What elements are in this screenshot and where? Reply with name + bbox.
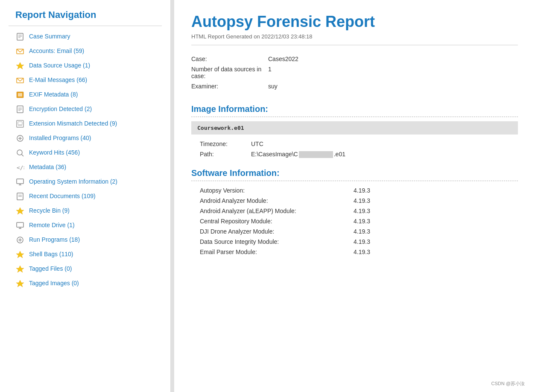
sidebar-item-accounts-email[interactable]: Accounts: Email (59) <box>0 44 170 59</box>
data-sources-label: Number of data sources in case: <box>191 64 268 81</box>
sidebar-item-case-summary[interactable]: Case Summary <box>0 29 170 44</box>
sidebar-item-keyword-hits[interactable]: Keyword Hits (456) <box>0 146 170 160</box>
svg-rect-29 <box>17 222 23 227</box>
sidebar-item-email-messages[interactable]: E-Mail Messages (66) <box>0 73 170 88</box>
sidebar-item-metadata[interactable]: </>Metadata (36) <box>0 160 170 175</box>
sidebar-item-data-source-usage[interactable]: Data Source Usage (1) <box>0 59 170 73</box>
software-label: Android Analyzer (aLEAPP) Module: <box>200 206 354 216</box>
accounts-email-icon <box>15 47 25 56</box>
shell-bags-icon <box>15 250 25 259</box>
software-value: 4.19.3 <box>354 185 370 196</box>
sidebar-label-run-programs: Run Programs (18) <box>29 236 80 244</box>
sidebar-count-recycle-bin: (9) <box>62 207 70 214</box>
software-value: 4.19.3 <box>354 216 370 226</box>
sidebar-label-installed-programs: Installed Programs (40) <box>29 134 91 143</box>
sidebar-item-os-information[interactable]: Operating System Information (2) <box>0 175 170 189</box>
case-summary-icon <box>15 32 25 41</box>
sidebar-item-tagged-files[interactable]: Tagged Files (0) <box>0 262 170 276</box>
software-label: Data Source Integrity Module: <box>200 237 354 247</box>
software-label: Android Analyzer Module: <box>200 196 354 206</box>
sidebar-label-encryption-detected: Encryption Detected (2) <box>29 105 92 114</box>
report-subtitle: HTML Report Generated on 2022/12/03 23:4… <box>191 33 518 45</box>
svg-rect-14 <box>18 122 22 125</box>
sidebar-item-extension-mismatch[interactable]: Extension Mismatch Detected (9) <box>0 117 170 131</box>
sidebar-label-accounts-email: Accounts: Email (59) <box>29 47 84 56</box>
sidebar-label-recycle-bin: Recycle Bin (9) <box>29 207 70 215</box>
path-row: Path: E:\CasesImage\C.e01 <box>200 149 345 160</box>
metadata-icon: </> <box>15 163 25 172</box>
svg-marker-5 <box>16 62 24 69</box>
sidebar-label-recent-documents: Recent Documents (109) <box>29 192 96 201</box>
sidebar-label-extension-mismatch: Extension Mismatch Detected (9) <box>29 120 117 128</box>
exif-metadata-icon <box>15 90 25 99</box>
svg-rect-8 <box>18 93 22 97</box>
sidebar-label-email-messages: E-Mail Messages (66) <box>29 76 87 85</box>
sidebar-label-tagged-images: Tagged Images (0) <box>29 279 79 288</box>
watermark: CSDN @苏小汝 <box>490 380 526 388</box>
software-value: 4.19.3 <box>354 247 370 257</box>
sidebar-count-installed-programs: (40) <box>81 135 91 141</box>
software-row: DJI Drone Analyzer Module:4.19.3 <box>200 226 370 237</box>
sidebar-label-shell-bags: Shell Bags (110) <box>29 250 73 259</box>
svg-marker-36 <box>16 266 24 272</box>
installed-programs-icon <box>15 134 25 143</box>
sidebar-count-encryption-detected: (2) <box>85 105 92 112</box>
sidebar-item-exif-metadata[interactable]: EXIF Metadata (8) <box>0 88 170 102</box>
svg-rect-0 <box>17 33 23 40</box>
extension-mismatch-icon <box>15 119 25 129</box>
software-row: Data Source Integrity Module:4.19.3 <box>200 237 370 247</box>
software-label: Autopsy Version: <box>200 185 354 196</box>
encryption-detected-icon <box>15 105 25 114</box>
sidebar-item-tagged-images[interactable]: Tagged Images (0) <box>0 276 170 291</box>
sidebar-item-run-programs[interactable]: Run Programs (18) <box>0 233 170 247</box>
examiner-row: Examiner: suy <box>191 81 298 91</box>
software-heading: Software Information: <box>191 168 518 181</box>
sidebar-count-extension-mismatch: (9) <box>110 120 117 127</box>
case-label: Case: <box>191 54 268 64</box>
sidebar-count-os-information: (2) <box>110 178 117 185</box>
sidebar-count-tagged-images: (0) <box>72 280 79 287</box>
timezone-value: UTC <box>251 139 345 149</box>
sidebar-count-shell-bags: (110) <box>59 251 73 257</box>
software-label: DJI Drone Analyzer Module: <box>200 226 354 237</box>
report-title: Autopsy Forensic Report <box>191 13 518 31</box>
sidebar-item-shell-bags[interactable]: Shell Bags (110) <box>0 247 170 262</box>
image-detail-table: Timezone: UTC Path: E:\CasesImage\C.e01 <box>200 139 345 160</box>
path-value: E:\CasesImage\C.e01 <box>251 149 345 160</box>
sidebar-count-email-messages: (66) <box>76 76 87 83</box>
sidebar-label-tagged-files: Tagged Files (0) <box>29 265 72 273</box>
sidebar-count-remote-drive: (1) <box>67 222 74 228</box>
svg-text:</>: </> <box>17 164 24 171</box>
sidebar-count-tagged-files: (0) <box>64 265 72 272</box>
resize-handle[interactable] <box>171 0 174 392</box>
software-table: Autopsy Version:4.19.3Android Analyzer M… <box>200 185 370 257</box>
case-row: Case: Cases2022 <box>191 54 298 64</box>
case-info-table: Case: Cases2022 Number of data sources i… <box>191 54 298 91</box>
svg-marker-37 <box>16 280 24 287</box>
sidebar-label-exif-metadata: EXIF Metadata (8) <box>29 91 78 99</box>
path-suffix: .e01 <box>334 151 345 158</box>
sidebar-item-recycle-bin[interactable]: Recycle Bin (9) <box>0 204 170 218</box>
sidebar-item-remote-drive[interactable]: Remote Drive (1) <box>0 218 170 233</box>
svg-marker-35 <box>16 251 24 258</box>
sidebar-item-encryption-detected[interactable]: Encryption Detected (2) <box>0 102 170 117</box>
nav-items-container: Case SummaryAccounts: Email (59)Data Sou… <box>0 29 170 291</box>
timezone-label: Timezone: <box>200 139 251 149</box>
sidebar-item-recent-documents[interactable]: Recent Documents (109) <box>0 189 170 204</box>
data-sources-value: 1 <box>268 64 298 81</box>
sidebar-count-run-programs: (18) <box>69 236 80 243</box>
software-label: Central Repository Module: <box>200 216 354 226</box>
data-source-usage-icon <box>15 61 25 70</box>
sidebar-item-installed-programs[interactable]: Installed Programs (40) <box>0 131 170 146</box>
svg-rect-22 <box>17 179 23 184</box>
examiner-label: Examiner: <box>191 81 268 91</box>
recent-documents-icon <box>15 192 25 201</box>
recycle-bin-icon <box>15 206 25 216</box>
sidebar-count-exif-metadata: (8) <box>70 91 78 98</box>
software-row: Email Parser Module:4.19.3 <box>200 247 370 257</box>
software-row: Android Analyzer (aLEAPP) Module:4.19.3 <box>200 206 370 216</box>
software-row: Android Analyzer Module:4.19.3 <box>200 196 370 206</box>
software-value: 4.19.3 <box>354 226 370 237</box>
examiner-value: suy <box>268 81 298 91</box>
path-prefix: E:\CasesImage\C <box>251 151 298 158</box>
